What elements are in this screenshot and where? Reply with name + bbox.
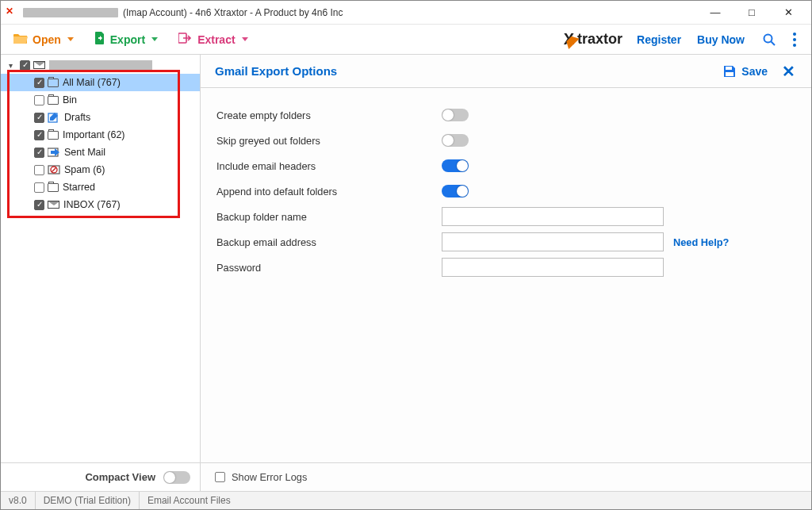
- search-icon[interactable]: [760, 31, 778, 48]
- option-label: Append into default folders: [216, 186, 442, 197]
- extract-label: Extract: [197, 33, 235, 46]
- buy-now-link[interactable]: Buy Now: [697, 33, 745, 46]
- folder-label: Bin: [63, 94, 77, 105]
- open-label: Open: [33, 33, 61, 46]
- folder-icon: [48, 131, 59, 140]
- caret-down-icon: [242, 37, 248, 41]
- field-input[interactable]: [442, 207, 664, 226]
- tree-root-row[interactable]: [1, 56, 200, 74]
- field-label: Backup email address: [216, 236, 442, 248]
- close-window-button[interactable]: ✕: [770, 1, 806, 25]
- svg-line-7: [52, 167, 56, 172]
- statusbar: v8.0 DEMO (Trial Edition) Email Account …: [1, 491, 811, 509]
- toolbar: Open Export Extract X traxtor Register B…: [1, 25, 811, 55]
- status-path: Email Account Files: [140, 492, 239, 509]
- option-row: Create empty folders: [216, 102, 795, 128]
- open-folder-icon: [13, 33, 28, 46]
- folder-label: INBOX (767): [63, 199, 121, 210]
- help-link[interactable]: Need Help?: [673, 236, 729, 248]
- svg-point-1: [764, 34, 772, 42]
- folder-label: Starred: [63, 182, 95, 193]
- content-header: Gmail Export Options Save ✕: [201, 55, 811, 88]
- field-label: Backup folder name: [216, 211, 442, 223]
- folder-label: Spam (6): [64, 164, 105, 175]
- extract-icon: [178, 33, 193, 46]
- option-toggle[interactable]: [442, 185, 469, 197]
- option-label: Include email headers: [216, 160, 442, 172]
- tree-item-spam[interactable]: Spam (6): [1, 161, 200, 178]
- checkbox[interactable]: [34, 200, 44, 210]
- root-account-redacted: [49, 60, 152, 70]
- brand-logo: X traxtor: [564, 30, 622, 48]
- sidebar-footer: Compact View: [1, 462, 200, 491]
- checkbox[interactable]: [34, 113, 44, 123]
- option-row: Include email headers: [216, 153, 795, 178]
- tree-item-all-mail[interactable]: All Mail (767): [1, 74, 200, 91]
- caret-down-icon: [151, 37, 158, 41]
- svg-rect-9: [726, 72, 733, 76]
- checkbox[interactable]: [20, 60, 30, 71]
- tree-item-sent-mail[interactable]: Sent Mail: [1, 144, 200, 161]
- tree-item-drafts[interactable]: Drafts: [1, 109, 200, 126]
- folder-label: Sent Mail: [64, 147, 105, 158]
- titlebar: (Imap Account) - 4n6 Xtraxtor - A Produc…: [1, 1, 811, 25]
- field-row: Password: [216, 255, 795, 280]
- option-label: Create empty folders: [216, 109, 442, 121]
- svg-rect-8: [726, 67, 732, 70]
- minimize-button[interactable]: —: [697, 1, 733, 25]
- checkbox[interactable]: [34, 148, 44, 158]
- caret-down-icon: [67, 37, 74, 41]
- tree-item-starred[interactable]: Starred: [1, 178, 200, 196]
- show-error-logs-label: Show Error Logs: [232, 471, 307, 483]
- checkbox[interactable]: [34, 130, 44, 140]
- field-input[interactable]: [442, 232, 664, 251]
- maximize-button[interactable]: □: [733, 1, 770, 25]
- window-title: (Imap Account) - 4n6 Xtraxtor - A Produc…: [123, 7, 343, 18]
- checkbox[interactable]: [34, 165, 44, 175]
- save-button[interactable]: Save: [722, 64, 768, 79]
- checkbox[interactable]: [34, 78, 44, 88]
- tree-item-important[interactable]: Important (62): [1, 126, 200, 144]
- export-file-icon: [94, 32, 105, 47]
- title-account-redacted: [23, 8, 118, 17]
- option-row: Append into default folders: [216, 178, 795, 204]
- more-menu-button[interactable]: [786, 31, 803, 48]
- logo-x-icon: X: [564, 30, 574, 48]
- export-menu-button[interactable]: Export: [90, 29, 163, 50]
- window-controls: — □ ✕: [697, 1, 806, 25]
- save-icon: [722, 64, 737, 79]
- expand-toggle-icon[interactable]: [6, 60, 15, 70]
- show-error-logs-checkbox[interactable]: [215, 472, 225, 482]
- field-input[interactable]: [442, 258, 664, 277]
- option-toggle[interactable]: [442, 109, 469, 121]
- option-toggle[interactable]: [442, 159, 469, 172]
- sent-icon: [48, 147, 60, 158]
- tree-item-inbox[interactable]: INBOX (767): [1, 196, 200, 213]
- checkbox[interactable]: [34, 182, 44, 193]
- register-link[interactable]: Register: [637, 33, 681, 46]
- svg-line-2: [772, 41, 776, 45]
- option-toggle[interactable]: [442, 134, 469, 147]
- checkbox[interactable]: [34, 95, 44, 105]
- extract-menu-button[interactable]: Extract: [174, 29, 252, 49]
- open-menu-button[interactable]: Open: [9, 29, 79, 49]
- logo-text: traxtor: [577, 31, 622, 48]
- compact-view-label: Compact View: [85, 471, 155, 483]
- content-footer: Show Error Logs: [201, 462, 811, 491]
- compact-view-toggle[interactable]: [163, 471, 190, 484]
- folder-label: Drafts: [64, 112, 90, 123]
- draft-icon: [48, 112, 60, 123]
- tree-item-bin[interactable]: Bin: [1, 91, 200, 109]
- field-row: Backup email addressNeed Help?: [216, 229, 795, 255]
- folder-icon: [48, 183, 59, 192]
- folder-icon: [48, 96, 59, 105]
- status-version: v8.0: [1, 492, 36, 509]
- mail-icon: [48, 201, 59, 209]
- spam-icon: [48, 164, 60, 175]
- main-area: All Mail (767)BinDraftsImportant (62)Sen…: [1, 55, 811, 491]
- save-label: Save: [741, 65, 768, 78]
- field-label: Password: [216, 262, 442, 274]
- content-panel: Gmail Export Options Save ✕ Create empty…: [201, 55, 811, 491]
- close-panel-button[interactable]: ✕: [780, 62, 797, 81]
- folder-label: All Mail (767): [63, 77, 121, 88]
